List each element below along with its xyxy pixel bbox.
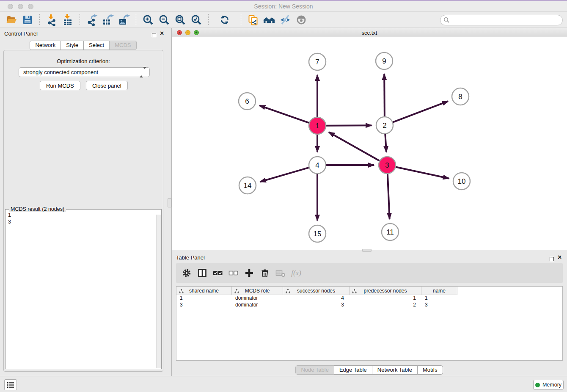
vertical-splitter-handle[interactable] xyxy=(168,198,171,207)
graph-edge-1-2[interactable] xyxy=(326,125,372,126)
node-label: 14 xyxy=(244,182,252,190)
zoom-selected-icon[interactable] xyxy=(190,14,203,26)
cell-successor-nodes: 3 xyxy=(283,302,350,309)
node-table[interactable]: shared nameMCDS rolesuccessor nodesprede… xyxy=(176,286,563,361)
node-label: 2 xyxy=(383,121,386,130)
dropdown-stepper-icon xyxy=(140,69,146,75)
graph-node-2[interactable]: 2 xyxy=(376,117,393,134)
tab-motifs[interactable]: Motifs xyxy=(417,365,443,375)
table-toolbar: f(x) xyxy=(176,263,563,283)
show-all-icon[interactable] xyxy=(295,14,308,26)
zoom-fit-icon[interactable] xyxy=(174,14,187,26)
graph-node-3[interactable]: 3 xyxy=(379,157,396,174)
tab-mcds[interactable]: MCDS xyxy=(109,41,136,50)
import-network-icon[interactable] xyxy=(45,14,58,26)
graph-node-8[interactable]: 8 xyxy=(452,88,469,105)
mcds-result-line: 3 xyxy=(8,218,11,225)
mcds-result-line: 1 xyxy=(8,212,11,218)
cell-shared-name: 3 xyxy=(176,302,232,309)
save-session-icon[interactable] xyxy=(21,14,34,26)
graph-edge-2-9[interactable] xyxy=(384,74,385,116)
column-header-shared-name[interactable]: shared name xyxy=(176,287,232,295)
column-label: MCDS role xyxy=(245,288,270,294)
graph-node-6[interactable]: 6 xyxy=(239,93,256,110)
graph-edge-3-11[interactable] xyxy=(388,174,390,219)
table-panel-close-icon[interactable]: × xyxy=(558,255,561,259)
graph-node-10[interactable]: 10 xyxy=(453,173,470,190)
clone-network-icon[interactable] xyxy=(247,14,259,26)
hierarchy-icon xyxy=(179,289,184,295)
memory-button[interactable]: Memory xyxy=(533,380,564,390)
table-row[interactable]: 1dominator411 xyxy=(176,295,562,302)
graph-node-14[interactable]: 14 xyxy=(239,177,256,194)
hide-selected-icon[interactable] xyxy=(279,14,292,26)
export-image-icon[interactable] xyxy=(118,14,130,26)
select-all-columns-icon[interactable] xyxy=(212,268,223,279)
zoom-out-icon[interactable] xyxy=(158,14,171,26)
result-scrollbar[interactable] xyxy=(156,215,161,368)
cell-MCDS-role: dominator xyxy=(232,295,283,302)
tab-select[interactable]: Select xyxy=(83,41,110,50)
deselect-all-columns-icon[interactable] xyxy=(228,268,239,279)
memory-label: Memory xyxy=(542,382,561,388)
control-panel-close-icon[interactable]: × xyxy=(160,31,164,36)
apply-layout-icon[interactable] xyxy=(218,14,231,26)
network-window-title: scc.txt xyxy=(172,30,567,36)
graph-node-1[interactable]: 1 xyxy=(309,117,326,134)
column-header-name[interactable]: name xyxy=(421,287,457,295)
tab-node-table[interactable]: Node Table xyxy=(295,365,334,375)
delete-column-icon[interactable] xyxy=(259,268,270,279)
node-label: 10 xyxy=(458,177,466,185)
first-neighbors-icon[interactable] xyxy=(263,14,275,26)
horizontal-splitter-handle[interactable] xyxy=(362,249,372,252)
run-mcds-button[interactable]: Run MCDS xyxy=(40,81,80,90)
column-header-MCDS-role[interactable]: MCDS role xyxy=(232,287,283,295)
network-canvas[interactable]: 7968124314101511 xyxy=(172,37,567,250)
column-header-successor-nodes[interactable]: successor nodes xyxy=(283,287,350,295)
graph-edge-3-10[interactable] xyxy=(396,167,449,178)
control-panel-float-icon[interactable] xyxy=(152,31,156,39)
tab-network-table[interactable]: Network Table xyxy=(372,365,418,375)
column-header-predecessor-nodes[interactable]: predecessor nodes xyxy=(350,287,421,295)
tab-edge-table[interactable]: Edge Table xyxy=(334,365,372,375)
import-table-icon[interactable] xyxy=(61,14,74,26)
settings-gear-icon[interactable] xyxy=(181,268,192,279)
task-history-button[interactable] xyxy=(4,379,17,390)
graph-node-4[interactable]: 4 xyxy=(309,157,326,174)
tab-network[interactable]: Network xyxy=(30,41,61,50)
table-panel-float-icon[interactable] xyxy=(550,255,554,263)
graph-edge-2-8[interactable] xyxy=(393,101,448,122)
add-column-icon[interactable] xyxy=(244,268,255,279)
node-label: 9 xyxy=(382,57,386,65)
column-label: predecessor nodes xyxy=(363,288,407,294)
graph-edge-1-6[interactable] xyxy=(259,105,309,123)
optimization-criterion-label: Optimization criterion: xyxy=(3,58,163,64)
graph-edge-2-3[interactable] xyxy=(385,134,386,152)
graph-edge-4-14[interactable] xyxy=(260,168,309,182)
graph-node-7[interactable]: 7 xyxy=(309,53,326,70)
node-table-body: 1dominator4113dominator323 xyxy=(176,295,562,309)
zoom-in-icon[interactable] xyxy=(142,14,154,26)
table-panel-tabs: Node TableEdge TableNetwork TableMotifs xyxy=(172,365,567,375)
cell-successor-nodes: 4 xyxy=(283,295,350,302)
export-table-icon[interactable] xyxy=(102,14,114,26)
mcds-result-lines: 13 xyxy=(8,212,11,225)
criterion-dropdown[interactable]: strongly connected component xyxy=(19,67,150,77)
node-label: 3 xyxy=(385,161,389,169)
graph-edge-3-1[interactable] xyxy=(329,132,380,160)
export-network-icon[interactable] xyxy=(85,14,98,26)
graph-node-9[interactable]: 9 xyxy=(376,52,393,69)
criterion-dropdown-value: strongly connected component xyxy=(23,69,98,75)
graph-node-11[interactable]: 11 xyxy=(382,224,399,240)
node-table-header: shared nameMCDS rolesuccessor nodesprede… xyxy=(176,287,562,295)
open-session-icon[interactable] xyxy=(5,14,18,26)
column-selector-icon[interactable] xyxy=(197,268,208,279)
table-row[interactable]: 3dominator323 xyxy=(176,302,562,309)
hierarchy-icon xyxy=(352,289,357,295)
tab-style[interactable]: Style xyxy=(61,41,84,50)
network-graph[interactable]: 7968124314101511 xyxy=(172,37,567,250)
node-label: 7 xyxy=(315,58,319,66)
search-input[interactable] xyxy=(440,15,563,25)
graph-node-15[interactable]: 15 xyxy=(309,225,326,242)
close-panel-button[interactable]: Close panel xyxy=(86,81,128,90)
